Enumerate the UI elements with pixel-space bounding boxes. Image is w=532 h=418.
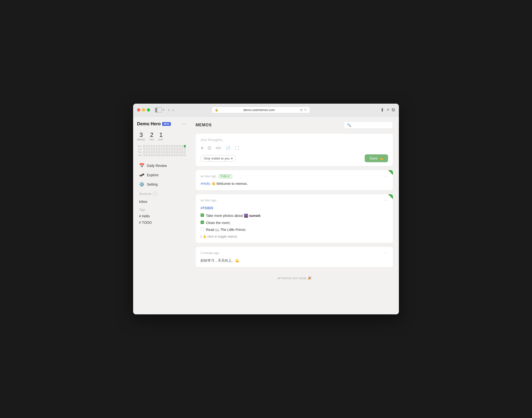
address-bar[interactable]: 🔒 demo.usememos.com ⊞ ↻ (212, 107, 310, 113)
cal-cell[interactable] (153, 154, 155, 156)
cal-cell[interactable] (146, 154, 148, 156)
cal-cell[interactable] (173, 151, 175, 153)
cal-cell[interactable] (148, 148, 150, 150)
cal-cell[interactable] (166, 148, 168, 150)
search-box[interactable]: 🔍 (344, 121, 393, 129)
cal-cell[interactable] (158, 151, 160, 153)
cal-cell[interactable] (151, 145, 153, 147)
cal-cell[interactable] (151, 151, 153, 153)
cal-cell[interactable] (173, 145, 175, 147)
cal-cell[interactable] (148, 145, 150, 147)
cal-cell-active[interactable] (184, 145, 186, 147)
cal-cell[interactable] (181, 148, 183, 150)
cal-cell[interactable] (161, 145, 163, 147)
refresh-icon[interactable]: ↻ (304, 108, 307, 112)
cal-cell[interactable] (179, 148, 181, 150)
todo-tag[interactable]: #TODO (201, 205, 388, 211)
cal-cell[interactable] (163, 148, 165, 150)
sidebar-item-explore[interactable]: 🛹 Explore (137, 171, 186, 179)
tag-todo[interactable]: # TODO (137, 219, 186, 226)
cal-cell[interactable] (181, 151, 183, 153)
cal-cell[interactable] (179, 151, 181, 153)
cal-cell[interactable] (148, 151, 150, 153)
cal-cell[interactable] (176, 151, 178, 153)
shortcut-inbox[interactable]: inbox (137, 198, 186, 205)
forward-button[interactable]: › (172, 107, 175, 113)
cal-cell[interactable] (163, 154, 165, 156)
file-toolbar-button[interactable]: 📄 (225, 145, 231, 151)
cal-cell[interactable] (143, 148, 145, 150)
cal-cell[interactable] (158, 154, 160, 156)
checkbox-toolbar-button[interactable]: ☑ (207, 145, 212, 151)
memo-more-button[interactable]: ··· (385, 198, 388, 203)
sidebar-item-daily-review[interactable]: 📅 Daily Review (137, 161, 186, 170)
minimize-button[interactable] (142, 108, 145, 112)
cal-cell[interactable] (173, 148, 175, 150)
tabs-button[interactable]: ⧉ (392, 107, 395, 113)
cal-cell[interactable] (143, 151, 145, 153)
cal-cell[interactable] (156, 145, 158, 147)
visibility-button[interactable]: Only visible to you ▾ (201, 155, 236, 162)
cal-cell[interactable] (166, 151, 168, 153)
share-button[interactable]: ⬆ (380, 107, 384, 113)
save-button[interactable]: Save ✍️ (365, 154, 388, 162)
more-options-button[interactable]: ··· (182, 121, 186, 127)
todo-checkbox-3[interactable] (201, 227, 204, 231)
fullscreen-toolbar-button[interactable]: ⛶ (235, 145, 239, 151)
memo-more-button[interactable]: ··· (385, 174, 388, 178)
cal-cell[interactable] (176, 148, 178, 150)
cal-cell[interactable] (148, 154, 150, 156)
new-tab-button[interactable]: + (387, 107, 389, 113)
sidebar-toggle[interactable]: ▾ (155, 108, 164, 113)
cal-cell[interactable] (153, 148, 155, 150)
cal-cell[interactable] (146, 151, 148, 153)
cal-cell[interactable] (146, 148, 148, 150)
add-shortcut-button[interactable]: + (153, 192, 157, 196)
cal-cell[interactable] (184, 151, 186, 153)
cal-cell[interactable] (143, 154, 145, 156)
cal-cell[interactable] (158, 148, 160, 150)
cal-cell[interactable] (153, 151, 155, 153)
tag-hello[interactable]: # Hello (137, 213, 186, 219)
cal-cell[interactable] (156, 151, 158, 153)
tag-toolbar-button[interactable]: # (201, 145, 204, 151)
cal-cell[interactable] (171, 148, 173, 150)
code-toolbar-button[interactable]: </> (215, 145, 222, 151)
cal-cell[interactable] (171, 154, 173, 156)
cal-cell[interactable] (156, 148, 158, 150)
cal-cell[interactable] (156, 154, 158, 156)
memo-tag-hello[interactable]: #Hello (201, 182, 210, 186)
cal-cell[interactable] (153, 145, 155, 147)
compose-placeholder[interactable]: Any thoughts... (201, 138, 388, 142)
cal-cell[interactable] (169, 154, 171, 156)
todo-checkbox-2[interactable]: ✓ (201, 221, 204, 224)
cal-cell[interactable] (176, 145, 178, 147)
cal-cell[interactable] (146, 145, 148, 147)
cal-cell[interactable] (169, 148, 171, 150)
cal-cell[interactable] (179, 145, 181, 147)
cal-cell[interactable] (171, 151, 173, 153)
memo-more-button[interactable]: ··· (385, 251, 388, 255)
cal-cell[interactable] (163, 151, 165, 153)
cal-cell[interactable] (158, 145, 160, 147)
back-button[interactable]: ‹ (167, 107, 171, 113)
cal-cell[interactable] (181, 154, 183, 156)
cal-cell[interactable] (143, 145, 145, 147)
cal-cell[interactable] (163, 145, 165, 147)
cal-cell[interactable] (151, 148, 153, 150)
cal-cell[interactable] (176, 154, 178, 156)
cal-cell[interactable] (161, 154, 163, 156)
cal-cell[interactable] (151, 154, 153, 156)
cal-cell[interactable] (161, 151, 163, 153)
todo-checkbox-1[interactable]: ✓ (201, 213, 204, 217)
sidebar-item-setting[interactable]: ⚙️ Setting (137, 180, 186, 189)
cal-cell[interactable] (181, 145, 183, 147)
close-button[interactable] (137, 108, 140, 112)
cal-cell[interactable] (184, 154, 186, 156)
cal-cell[interactable] (169, 145, 171, 147)
cal-cell[interactable] (166, 154, 168, 156)
search-input[interactable] (353, 123, 390, 127)
cal-cell[interactable] (179, 154, 181, 156)
cal-cell[interactable] (173, 154, 175, 156)
cal-cell[interactable] (171, 145, 173, 147)
